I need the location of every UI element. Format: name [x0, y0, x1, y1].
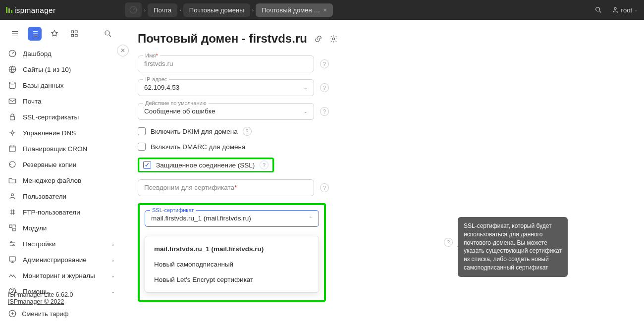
svg-point-13: [11, 132, 14, 134]
dropdown-option[interactable]: mail.firstvds.ru_1 (mail.firstvds.ru): [145, 241, 319, 257]
dmarc-label: Включить DMARC для домена: [151, 143, 246, 151]
apps-icon[interactable]: [67, 27, 81, 41]
dkim-checkbox[interactable]: [138, 127, 146, 135]
svg-rect-6: [75, 35, 78, 37]
sidebar-item-cron[interactable]: Планировщик CRON: [0, 141, 123, 157]
chevron-right-icon: ›: [252, 7, 254, 13]
breadcrumb: › Почта › Почтовые домены › Почтовый дом…: [125, 2, 333, 17]
svg-rect-12: [10, 116, 15, 120]
help-icon[interactable]: ?: [243, 127, 252, 136]
star-icon[interactable]: [48, 27, 61, 41]
sidebar-item-monitoring[interactable]: Мониторинг и журналы⌄: [0, 268, 123, 283]
help-icon[interactable]: ?: [320, 183, 329, 192]
user-name: root: [621, 6, 632, 14]
svg-rect-14: [9, 146, 15, 152]
sidebar-item-users[interactable]: Пользователи: [0, 188, 123, 204]
chevron-right-icon: ›: [179, 7, 181, 13]
search-icon[interactable]: [101, 27, 115, 41]
page-title: Почтовый домен - firstvds.ru: [138, 32, 629, 46]
svg-point-1: [595, 7, 599, 11]
svg-rect-17: [13, 228, 15, 231]
logo: ispmanager: [6, 6, 55, 14]
svg-point-7: [105, 31, 109, 35]
link-icon[interactable]: [314, 35, 322, 43]
gear-icon[interactable]: [329, 35, 338, 43]
svg-rect-4: [75, 31, 78, 33]
svg-rect-16: [9, 225, 12, 227]
change-plan-link[interactable]: Сменить тариф: [8, 309, 73, 318]
dropdown-option[interactable]: Новый самоподписанный: [145, 257, 319, 272]
svg-point-2: [614, 7, 616, 9]
dropdown-option[interactable]: Новый Let's Encrypt сертификат: [145, 272, 319, 287]
chevron-down-icon: ⌄: [304, 109, 308, 114]
ssl-label: Защищенное соединение (SSL): [156, 162, 255, 169]
dkim-label: Включить DKIM для домена: [151, 128, 238, 135]
ssl-cert-dropdown: mail.firstvds.ru_1 (mail.firstvds.ru) Но…: [145, 236, 319, 293]
default-action-field[interactable]: Действие по умолчанию Сообщение об ошибк…: [138, 103, 314, 120]
sidebar-item-filemanager[interactable]: Менеджер файлов: [0, 172, 123, 188]
list-icon[interactable]: [28, 27, 42, 41]
breadcrumb-mail-domains[interactable]: Почтовые домены: [183, 3, 250, 17]
ssl-checkbox-highlight: Защищенное соединение (SSL) ?: [138, 158, 274, 172]
help-icon[interactable]: ?: [320, 107, 329, 116]
ssl-checkbox[interactable]: [143, 161, 151, 169]
svg-rect-5: [71, 35, 74, 37]
menu-icon[interactable]: [8, 27, 22, 41]
sidebar-item-sites[interactable]: Сайты (1 из 10): [0, 61, 123, 77]
svg-rect-20: [9, 257, 15, 261]
sidebar-item-dashboard[interactable]: Дашборд: [0, 46, 123, 61]
alias-field[interactable]: Псевдоним для сертификата*: [138, 179, 314, 196]
chevron-right-icon: ›: [144, 7, 146, 13]
svg-point-10: [9, 82, 15, 84]
svg-point-23: [332, 38, 334, 40]
sidebar-item-modules[interactable]: Модули: [0, 220, 123, 236]
ssl-cert-field[interactable]: SSL-сертификат mail.firstvds.ru_1 (mail.…: [145, 210, 319, 227]
sidebar-item-admin[interactable]: Администрирование⌄: [0, 252, 123, 268]
sidebar: Дашборд Сайты (1 из 10) Базы данных Почт…: [0, 20, 123, 325]
svg-rect-3: [71, 31, 74, 33]
dmarc-checkbox[interactable]: [138, 143, 146, 151]
ssl-cert-highlight: SSL-сертификат mail.firstvds.ru_1 (mail.…: [138, 203, 326, 302]
search-icon[interactable]: [594, 6, 602, 14]
help-icon[interactable]: ?: [444, 238, 453, 247]
close-panel-button[interactable]: ✕: [117, 45, 129, 56]
chevron-up-icon: ⌃: [309, 216, 313, 221]
svg-point-15: [11, 194, 14, 196]
breadcrumb-mail[interactable]: Почта: [148, 3, 177, 17]
svg-rect-11: [9, 99, 16, 104]
sidebar-item-backup[interactable]: Резервные копии: [0, 157, 123, 172]
breadcrumb-mail-domain[interactable]: Почтовый домен … ✕: [256, 3, 333, 17]
sidebar-item-ftpusers[interactable]: FTP-пользователи: [0, 204, 123, 220]
sidebar-item-mail[interactable]: Почта: [0, 93, 123, 109]
sidebar-item-dns[interactable]: Управление DNS: [0, 125, 123, 141]
ip-field[interactable]: IP-адрес 62.109.4.53 ⌄: [138, 79, 314, 96]
copyright-link[interactable]: ISPmanager © 2022: [8, 298, 64, 305]
help-icon[interactable]: ?: [260, 161, 268, 169]
chevron-down-icon: ⌄: [634, 7, 638, 12]
ssl-tooltip: SSL-сертификат, который будет использова…: [458, 217, 568, 277]
breadcrumb-dashboard-icon[interactable]: [125, 2, 142, 17]
version-text: ISPmanager Lite 6.62.0: [8, 291, 73, 298]
sidebar-item-ssl[interactable]: SSL-сертификаты: [0, 109, 123, 125]
name-field: Имя* firstvds.ru: [138, 55, 314, 72]
chevron-down-icon: ⌄: [304, 85, 308, 90]
help-icon[interactable]: ?: [320, 83, 329, 92]
close-icon[interactable]: ✕: [323, 7, 327, 13]
user-menu[interactable]: root ⌄: [611, 6, 638, 14]
help-icon[interactable]: ?: [320, 59, 329, 68]
sidebar-item-settings[interactable]: Настройки⌄: [0, 236, 123, 252]
logo-text: ispmanager: [14, 6, 55, 14]
sidebar-item-databases[interactable]: Базы данных: [0, 77, 123, 93]
